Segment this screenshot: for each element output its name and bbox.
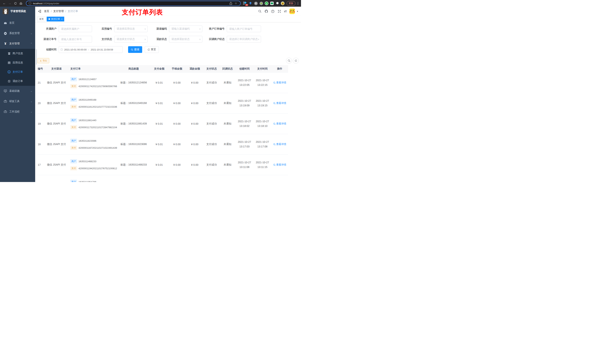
pay-tag: 支付 <box>70 146 77 150</box>
chevron-down-icon: ∨ <box>199 38 201 41</box>
sidebar-item-app-info[interactable]: 应用信息 <box>0 58 35 67</box>
view-detail-link[interactable]: 查看详情 <box>271 143 288 146</box>
reset-button[interactable]: 重置 <box>145 46 159 53</box>
extension-tabs-icon[interactable]: 10 <box>243 1 247 5</box>
app-logo-row[interactable]: 芋道管理系统 <box>0 7 35 16</box>
search-button[interactable]: 搜索 <box>128 46 142 53</box>
address-bar[interactable]: i localhost:1024/pay/order ☆ <box>26 1 241 6</box>
cell-order: 商户 1635311823086 支付 42000011672021102710… <box>67 139 117 150</box>
filter-label: 支付状态 <box>95 38 112 41</box>
scrollbar-thumb[interactable] <box>36 49 37 65</box>
sidebar-item-label: 系统管理 <box>9 32 20 35</box>
sidebar-item-system[interactable]: 系统管理 ⌄ <box>0 28 35 39</box>
cell-fee: ¥ 0.00 <box>168 163 186 166</box>
notify-status-select[interactable]: 请选择订单回调商户状态 ∨ <box>227 36 261 42</box>
browser-menu-icon[interactable] <box>297 2 299 5</box>
cell-notify: 未通知 <box>220 102 236 105</box>
sidebar-item-label: 支付订单 <box>13 70 23 74</box>
cell-paid: 2021-10-2713:19:15 <box>253 99 271 108</box>
pay-tag: 支付 <box>70 84 77 88</box>
sidebar-item-infrastructure[interactable]: 基础设施 ⌄ <box>0 86 35 96</box>
gear-icon <box>4 32 7 35</box>
channel-order-no-input[interactable] <box>59 36 92 42</box>
cell-id: 19 <box>37 122 45 125</box>
date-range-picker[interactable]: 2021-10-01 00:00:00 - 2021-10-31 23:59:5… <box>59 46 123 53</box>
document-icon <box>7 80 11 83</box>
pay-tag: 支付 <box>70 105 77 109</box>
view-detail-link[interactable]: 查看详情 <box>271 81 288 84</box>
avatar-caret-icon[interactable]: ▼ <box>297 10 298 12</box>
extension-emoji-icon[interactable] <box>281 1 285 5</box>
merchant-order-no-input[interactable] <box>227 26 261 32</box>
close-icon[interactable]: × <box>61 18 62 20</box>
sidebar-item-merchant-info[interactable]: 商户信息 <box>0 49 35 58</box>
fullscreen-icon[interactable] <box>278 10 281 13</box>
table-row: 19 微信 JSAPI 支付 商户 1635311881440 支付 42000… <box>37 114 288 134</box>
tab-pay-order[interactable]: 支付订单 × <box>47 17 64 21</box>
header-search-icon[interactable] <box>258 10 262 13</box>
filter-label: 商户订单编号 <box>205 27 225 31</box>
site-info-icon[interactable]: i <box>29 2 32 5</box>
refresh-button[interactable] <box>293 58 299 64</box>
sidebar-fold-icon[interactable] <box>38 10 42 13</box>
app-no-select[interactable]: 请选择应用信息 ∨ <box>114 26 148 32</box>
extension-gem-icon[interactable] <box>249 1 252 5</box>
filter-merchant-order-no: 商户订单编号 <box>205 26 261 32</box>
github-icon[interactable] <box>265 10 268 13</box>
merchant-tag: 商户 <box>70 98 77 102</box>
bookmark-star-icon[interactable]: ☆ <box>235 2 237 5</box>
refund-status-select[interactable]: 请选择退款状态 ∨ <box>169 36 202 42</box>
export-button[interactable]: 导出 <box>37 58 49 63</box>
table-row: 18 微信 JSAPI 支付 商户 1635311823086 支付 42000… <box>37 134 288 155</box>
payment-submenu: 商户信息 应用信息 ¥ 支付订单 <box>0 49 35 86</box>
col-notify: 回调状态 <box>220 67 236 71</box>
merchant-order-no: 1635311881440 <box>78 119 97 122</box>
share-icon[interactable] <box>230 2 232 5</box>
toggle-search-button[interactable] <box>286 58 292 64</box>
browser-forward-icon[interactable]: → <box>7 1 12 6</box>
font-size-icon[interactable]: ᴛT <box>284 10 287 13</box>
pay-order-no: 4200001167202110271022491439 <box>78 146 117 149</box>
help-icon[interactable]: ? <box>271 10 275 13</box>
cell-created: 2021-10-2713:17:03 <box>236 140 253 149</box>
browser-home-icon[interactable] <box>19 1 23 6</box>
view-detail-link[interactable]: 查看详情 <box>271 163 288 166</box>
cell-order: 商户 1635311881440 支付 42000011732021102728… <box>67 118 117 129</box>
extension-y-icon[interactable]: y <box>265 1 269 5</box>
table-header: 编号 支付渠道 支付订单 商品标题 支付金额 手续金额 退款金额 支付状态 回调… <box>37 65 288 73</box>
extension-command-icon[interactable]: ⌘ <box>254 1 258 5</box>
extension-puzzle-icon[interactable] <box>275 1 279 5</box>
sidebar-item-payment[interactable]: ¥ 支付管理 ⌃ <box>0 39 35 49</box>
sidebar-item-refund-order[interactable]: 退款订单 <box>0 77 35 86</box>
breadcrumb-home[interactable]: 首页 <box>44 10 49 13</box>
browser-back-icon[interactable]: ← <box>2 1 7 6</box>
sidebar-item-pay-order[interactable]: ¥ 支付订单 <box>0 67 35 77</box>
extension-chat-icon[interactable] <box>270 1 274 5</box>
cell-title: 标题：1635311823086 <box>117 143 150 146</box>
merchant-tag: 商户 <box>70 180 77 182</box>
sidebar-item-workflow[interactable]: 工作流程 ⌄ <box>0 106 35 117</box>
sidebar-item-home[interactable]: 首页 <box>0 18 35 28</box>
pay-order-no: 4200001174202110278060590766 <box>78 85 117 88</box>
view-detail-link[interactable]: 查看详情 <box>271 102 288 105</box>
user-avatar[interactable] <box>289 9 295 14</box>
sidebar-item-label: 应用信息 <box>13 61 23 64</box>
browser-update-button[interactable]: 更新 <box>287 1 295 6</box>
sidebar-item-dev-tools[interactable]: 研发工具 ⌄ <box>0 96 35 106</box>
tab-label: 支付订单 <box>51 18 60 21</box>
filter-notify-status: 回调商户状态 请选择订单回调商户状态 ∨ <box>205 36 261 42</box>
breadcrumb-payment[interactable]: 支付管理 <box>53 10 64 13</box>
pay-status-select[interactable]: 请选择支付状态 ∨ <box>114 36 148 42</box>
cell-paid: 2021-10-2713:18:10 <box>253 119 271 128</box>
grid-icon <box>7 61 11 64</box>
merchant-input[interactable] <box>59 26 92 32</box>
browser-reload-icon[interactable] <box>13 1 18 6</box>
tab-home[interactable]: 首页 <box>37 17 45 21</box>
cell-refund: ¥ 0.00 <box>186 102 204 105</box>
view-detail-link[interactable]: 查看详情 <box>271 122 288 125</box>
channel-code-select[interactable]: 请输入渠道编码 ∨ <box>169 26 202 32</box>
col-paid: 支付时间 <box>253 67 271 71</box>
svg-text:¥: ¥ <box>9 71 10 73</box>
col-order: 支付订单 <box>67 67 117 71</box>
extension-record-icon[interactable] <box>259 1 263 5</box>
